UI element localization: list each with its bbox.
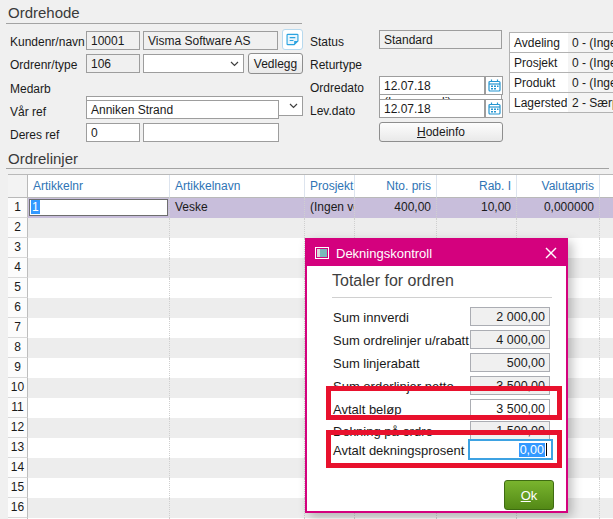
column-header-valutapris[interactable]: Valutapris xyxy=(517,175,600,198)
cell-artikkelnavn-row16[interactable] xyxy=(170,498,305,518)
cell-extra-row8[interactable] xyxy=(600,338,613,358)
cell-artikkelnr-row14[interactable] xyxy=(28,458,170,478)
row-number-11[interactable]: 11 xyxy=(8,398,28,418)
cell-artikkelnavn-row2[interactable] xyxy=(170,218,305,238)
cell-prosjekt-row2[interactable] xyxy=(305,218,355,238)
row-number-4[interactable]: 4 xyxy=(8,258,28,278)
cell-artikkelnavn-row11[interactable] xyxy=(170,398,305,418)
cell-artikkelnavn-row13[interactable] xyxy=(170,438,305,458)
cell-artikkelnr-row1[interactable]: 1 xyxy=(28,198,170,218)
dimension-value-3[interactable]: 2 - Særp xyxy=(568,92,613,113)
cell-artikkelnr-row3[interactable] xyxy=(28,238,170,258)
row-number-1[interactable]: 1 xyxy=(8,198,28,218)
cell-prosjekt-row1[interactable]: (Ingen ve xyxy=(305,198,355,218)
cell-extra-row16[interactable] xyxy=(600,498,613,518)
cell-artikkelnavn-row8[interactable] xyxy=(170,338,305,358)
cell-artikkelnr-row2[interactable] xyxy=(28,218,170,238)
column-header-artikkelnavn[interactable]: Artikkelnavn xyxy=(170,175,305,198)
row-number-10[interactable]: 10 xyxy=(8,378,28,398)
column-header-rab[interactable]: Rab. I xyxy=(437,175,517,198)
row-number-13[interactable]: 13 xyxy=(8,438,28,458)
cell-artikkelnr-row8[interactable] xyxy=(28,338,170,358)
cell-extra-row5[interactable] xyxy=(600,278,613,298)
dialog-titlebar[interactable]: Dekningskontroll xyxy=(307,240,566,266)
cell-artikkelnr-row6[interactable] xyxy=(28,298,170,318)
cell-extra-row4[interactable] xyxy=(600,258,613,278)
cell-artikkelnavn-row4[interactable] xyxy=(170,258,305,278)
cell-artikkelnavn-row9[interactable] xyxy=(170,358,305,378)
cell-extra-row6[interactable] xyxy=(600,298,613,318)
cell-artikkelnavn-row10[interactable] xyxy=(170,378,305,398)
cell-extra-row1[interactable] xyxy=(600,198,613,218)
cell-extra-row2[interactable] xyxy=(600,218,613,238)
cell-artikkelnr-row15[interactable] xyxy=(28,478,170,498)
dialog-row-field-4[interactable]: 3 500,00 xyxy=(470,399,550,418)
kundenr-field[interactable]: 10001 xyxy=(86,31,140,50)
column-header-prosjekt[interactable]: Prosjekt xyxy=(305,175,355,198)
cell-extra-row11[interactable] xyxy=(600,398,613,418)
cell-artikkelnr-row5[interactable] xyxy=(28,278,170,298)
cell-extra-row12[interactable] xyxy=(600,418,613,438)
cell-artikkelnavn-row12[interactable] xyxy=(170,418,305,438)
row-number-5[interactable]: 5 xyxy=(8,278,28,298)
deresref-input[interactable]: 0 xyxy=(86,123,140,142)
cell-nto_pris-row1[interactable]: 400,00 xyxy=(355,198,437,218)
table-row-2[interactable]: 2 xyxy=(8,218,613,238)
ok-button[interactable]: Ok xyxy=(504,480,554,510)
row-number-3[interactable]: 3 xyxy=(8,238,28,258)
deresref-input-2[interactable] xyxy=(143,123,279,142)
varref-input[interactable]: Anniken Strand xyxy=(86,100,279,119)
cell-artikkelnr-row7[interactable] xyxy=(28,318,170,338)
row-number-8[interactable]: 8 xyxy=(8,338,28,358)
cell-extra-row14[interactable] xyxy=(600,458,613,478)
cell-valutapris-row2[interactable] xyxy=(517,218,600,238)
artikkelnr-edit-cell[interactable]: 1 xyxy=(29,199,168,216)
levdato-calendar-button[interactable] xyxy=(485,99,503,118)
cell-extra-row9[interactable] xyxy=(600,358,613,378)
row-number-9[interactable]: 9 xyxy=(8,358,28,378)
row-number-12[interactable]: 12 xyxy=(8,418,28,438)
ordredato-input[interactable]: 12.07.18 xyxy=(379,76,485,95)
cell-artikkelnavn-row6[interactable] xyxy=(170,298,305,318)
cell-artikkelnavn-row7[interactable] xyxy=(170,318,305,338)
cell-artikkelnr-row11[interactable] xyxy=(28,398,170,418)
row-number-14[interactable]: 14 xyxy=(8,458,28,478)
cell-artikkelnr-row16[interactable] xyxy=(28,498,170,518)
cell-valutapris-row1[interactable]: 0,000000 xyxy=(517,198,600,218)
cell-artikkelnr-row13[interactable] xyxy=(28,438,170,458)
ordrenr-field[interactable]: 106 xyxy=(86,54,140,73)
close-icon[interactable] xyxy=(545,247,557,259)
note-button[interactable] xyxy=(282,29,303,50)
hodeinfo-button[interactable]: Hodeinfo xyxy=(379,122,503,142)
cell-extra-row10[interactable] xyxy=(600,378,613,398)
ordredato-calendar-button[interactable] xyxy=(485,76,503,95)
cell-artikkelnavn-row15[interactable] xyxy=(170,478,305,498)
vedlegg-button[interactable]: Vedlegg xyxy=(248,53,303,74)
cell-artikkelnr-row10[interactable] xyxy=(28,378,170,398)
table-row-1[interactable]: 11Veske(Ingen ve400,0010,000,000000 xyxy=(8,198,613,218)
cell-extra-row7[interactable] xyxy=(600,318,613,338)
cell-artikkelnr-row4[interactable] xyxy=(28,258,170,278)
column-header-nto_pris[interactable]: Nto. pris xyxy=(355,175,437,198)
row-number-2[interactable]: 2 xyxy=(8,218,28,238)
cell-nto_pris-row2[interactable] xyxy=(355,218,437,238)
kundenavn-field[interactable]: Visma Software AS xyxy=(143,31,278,50)
cell-artikkelnr-row12[interactable] xyxy=(28,418,170,438)
cell-rab-row1[interactable]: 10,00 xyxy=(437,198,517,218)
row-number-6[interactable]: 6 xyxy=(8,298,28,318)
column-header-artikkelnr[interactable]: Artikkelnr xyxy=(28,175,170,198)
levdato-input[interactable]: 12.07.18 xyxy=(379,99,485,118)
dimension-value-0[interactable]: 0 - (Inge xyxy=(568,32,613,53)
cell-artikkelnr-row9[interactable] xyxy=(28,358,170,378)
cell-rab-row2[interactable] xyxy=(437,218,517,238)
row-number-16[interactable]: 16 xyxy=(8,498,28,518)
cell-artikkelnavn-row14[interactable] xyxy=(170,458,305,478)
cell-artikkelnavn-row5[interactable] xyxy=(170,278,305,298)
grid-corner-cell[interactable] xyxy=(8,175,28,198)
cell-extra-row3[interactable] xyxy=(600,238,613,258)
column-header-extra[interactable] xyxy=(600,175,613,198)
cell-artikkelnavn-row1[interactable]: Veske xyxy=(170,198,305,218)
ordretype-combo[interactable] xyxy=(143,54,244,73)
dialog-row-field-6[interactable]: 0,00 xyxy=(468,439,553,460)
row-number-7[interactable]: 7 xyxy=(8,318,28,338)
